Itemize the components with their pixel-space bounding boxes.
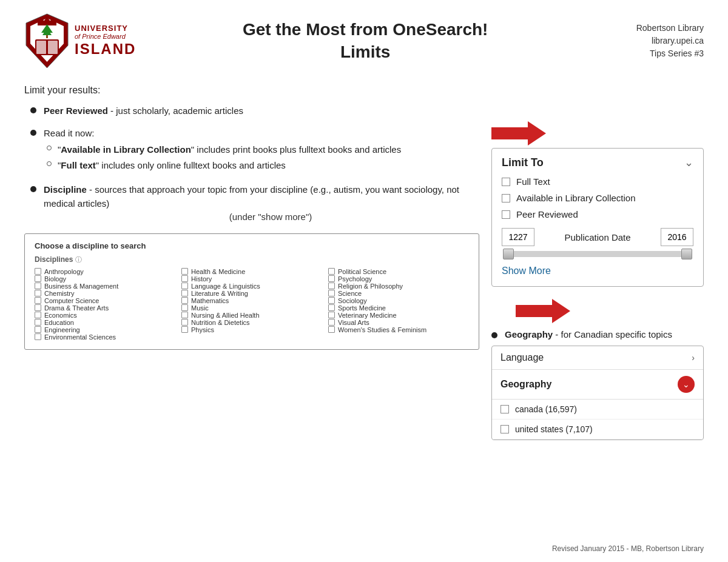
discipline-item[interactable]: Psychology [328, 275, 469, 283]
list-item: Peer Reviewed - just scholarly, academic… [30, 104, 479, 118]
discipline-item[interactable]: Engineering [35, 326, 175, 333]
discipline-checkbox[interactable] [181, 312, 188, 318]
geography-expand-icon[interactable]: ⌄ [678, 376, 695, 393]
page-title: Get the Most from OneSearch! Limits [148, 19, 582, 63]
discipline-checkbox[interactable] [328, 297, 335, 304]
discipline-checkbox[interactable] [181, 326, 188, 333]
bullet-icon [30, 107, 36, 113]
discipline-item[interactable]: Women's Studies & Feminism [328, 326, 469, 333]
discipline-checkbox[interactable] [35, 283, 41, 289]
discipline-item[interactable]: Biology [35, 275, 175, 283]
discipline-item[interactable]: Sociology [328, 297, 469, 304]
sub-bullet-icon [47, 161, 52, 166]
discipline-item[interactable]: Nursing & Allied Health [181, 312, 322, 319]
discipline-checkbox[interactable] [181, 297, 188, 304]
discipline-checkbox[interactable] [328, 312, 335, 318]
discipline-checkbox[interactable] [35, 297, 41, 304]
full-text-checkbox[interactable] [502, 178, 510, 186]
discipline-item[interactable]: Economics [35, 312, 175, 319]
discipline-checkbox[interactable] [328, 268, 335, 275]
discipline-checkbox[interactable] [328, 326, 335, 333]
discipline-checkbox[interactable] [328, 283, 335, 289]
publication-date-row: Publication Date [502, 228, 693, 246]
library-info: Robertson Library library.upei.ca Tips S… [595, 22, 704, 60]
discipline-item[interactable]: Drama & Theater Arts [35, 304, 175, 312]
discipline-item[interactable]: Chemistry [35, 290, 175, 297]
canada-label: canada (16,597) [515, 404, 577, 414]
discipline-item[interactable]: History [181, 275, 322, 283]
discipline-col-3: Political Science Psychology Religion & … [328, 268, 469, 341]
discipline-item[interactable]: Science [328, 290, 469, 297]
discipline-item[interactable]: Environmental Sciences [35, 333, 175, 341]
show-more-note: (under "show more") [44, 210, 479, 224]
discipline-item[interactable]: Nutrition & Dietetics [181, 319, 322, 326]
discipline-checkbox[interactable] [35, 290, 41, 296]
discipline-checkbox[interactable] [181, 268, 188, 275]
canada-checkbox[interactable] [500, 405, 509, 413]
full-text-label: Full Text [516, 176, 550, 187]
discipline-box-title: Choose a discipline to search [35, 241, 469, 250]
footer-note: Revised January 2015 - MB, Robertson Lib… [552, 544, 704, 553]
discipline-checkbox[interactable] [35, 304, 41, 311]
discipline-item[interactable]: Literature & Writing [181, 290, 322, 297]
discipline-item[interactable]: Anthropology [35, 268, 175, 275]
discipline-col-2: Health & Medicine History Language & Lin… [181, 268, 322, 341]
pub-date-from-input[interactable] [502, 228, 534, 246]
available-library-row: Available in Library Collection [502, 193, 693, 203]
discipline-item[interactable]: Education [35, 319, 175, 326]
discipline-checkbox[interactable] [328, 290, 335, 296]
us-checkbox[interactable] [500, 425, 509, 433]
discipline-item[interactable]: Veterinary Medicine [328, 312, 469, 319]
discipline-item[interactable]: Political Science [328, 268, 469, 275]
peer-reviewed-row: Peer Reviewed [502, 209, 693, 219]
discipline-checkbox[interactable] [181, 283, 188, 289]
discipline-checkbox[interactable] [181, 275, 188, 282]
discipline-item[interactable]: Language & Linguistics [181, 283, 322, 290]
svg-marker-14 [516, 299, 570, 323]
red-arrow-1-icon [491, 121, 546, 146]
chevron-down-icon[interactable]: ⌄ [684, 156, 693, 169]
discipline-item[interactable]: Sports Medicine [328, 304, 469, 312]
discipline-item[interactable]: Computer Science [35, 297, 175, 304]
discipline-checkbox[interactable] [35, 275, 41, 282]
discipline-checkbox[interactable] [35, 268, 41, 275]
geography-rest: - for Canadian specific topics [553, 329, 672, 340]
upei-shield-icon [24, 12, 70, 70]
show-more-link[interactable]: Show More [502, 266, 693, 276]
discipline-item[interactable]: Mathematics [181, 297, 322, 304]
discipline-item[interactable]: Visual Arts [328, 319, 469, 326]
pub-date-to-input[interactable] [661, 228, 693, 246]
page-title-area: Get the Most from OneSearch! Limits [136, 19, 595, 63]
list-item: Read it now: "Available in Library Colle… [30, 127, 479, 175]
discipline-checkbox[interactable] [328, 275, 335, 282]
discipline-checkbox[interactable] [328, 304, 335, 311]
date-slider-track[interactable] [503, 251, 692, 257]
discipline-checkbox[interactable] [181, 290, 188, 296]
slider-left-handle[interactable] [503, 249, 514, 259]
limit-panel-header: Limit To ⌄ [502, 156, 693, 169]
available-library-checkbox[interactable] [502, 194, 510, 202]
language-label: Language [500, 352, 544, 363]
discipline-item[interactable]: Music [181, 304, 322, 312]
language-chevron-icon[interactable]: › [692, 353, 695, 363]
intro-text: Limit your results: [24, 85, 479, 96]
discipline-checkbox[interactable] [35, 312, 41, 318]
discipline-bold: Discipline [44, 184, 87, 195]
discipline-checkbox[interactable] [181, 304, 188, 311]
slider-right-handle[interactable] [681, 249, 692, 259]
geo-bullet-dot [491, 332, 497, 338]
discipline-checkbox[interactable] [328, 319, 335, 326]
bullet-list: Peer Reviewed - just scholarly, academic… [30, 104, 479, 224]
discipline-checkbox[interactable] [35, 319, 41, 326]
discipline-item[interactable]: Religion & Philosophy [328, 283, 469, 290]
canada-row: canada (16,597) [492, 400, 703, 420]
discipline-item[interactable]: Physics [181, 326, 322, 333]
discipline-checkbox[interactable] [35, 333, 41, 340]
discipline-item[interactable]: Business & Management [35, 283, 175, 290]
discipline-checkbox[interactable] [35, 326, 41, 333]
discipline-checkbox[interactable] [181, 319, 188, 326]
peer-reviewed-checkbox[interactable] [502, 210, 510, 219]
arrow-row-1 [491, 121, 704, 146]
discipline-item[interactable]: Health & Medicine [181, 268, 322, 275]
list-item: Discipline - sources that approach your … [30, 183, 479, 224]
